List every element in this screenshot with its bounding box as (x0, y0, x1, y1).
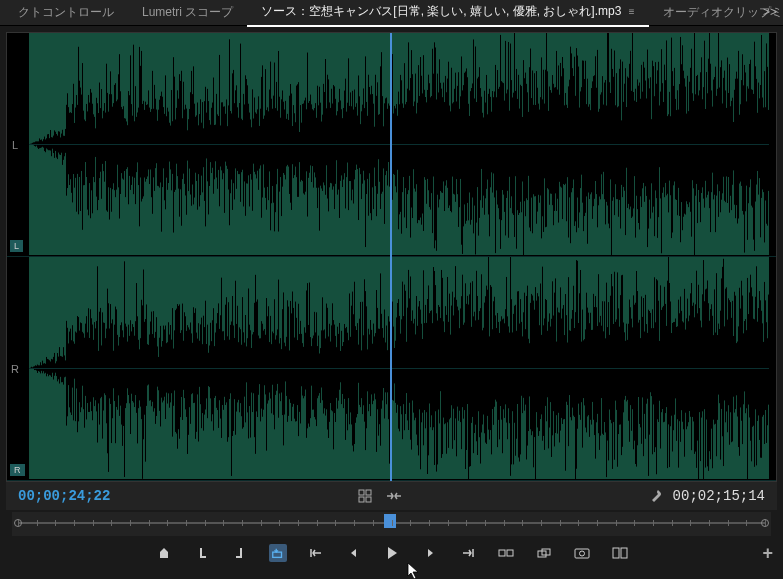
tab-overflow-icon[interactable]: >> (763, 5, 777, 19)
mark-in-button[interactable] (155, 544, 173, 562)
tab-source-menu-icon[interactable]: ≡ (629, 6, 635, 17)
svg-rect-11 (613, 548, 619, 558)
duration-timecode: 00;02;15;14 (673, 488, 765, 504)
add-button-icon[interactable]: + (762, 543, 773, 564)
waveform-display[interactable]: L L R R (6, 32, 777, 482)
svg-rect-4 (272, 552, 281, 557)
resolution-grid-icon[interactable] (358, 489, 372, 503)
svg-rect-1 (366, 490, 371, 495)
svg-rect-12 (621, 548, 627, 558)
channel-left-sublabel: L (10, 240, 23, 252)
svg-rect-2 (359, 497, 364, 502)
waveform-left-canvas (29, 33, 769, 255)
tab-effect-controls[interactable]: クトコントロール (4, 0, 128, 26)
comparison-view-button[interactable] (611, 544, 629, 562)
playhead-indicator[interactable] (390, 33, 392, 481)
scrub-playhead-handle[interactable] (384, 514, 396, 528)
insert-button[interactable] (497, 544, 515, 562)
channel-right-label: R (5, 363, 25, 375)
step-forward-button[interactable] (421, 544, 439, 562)
mouse-cursor (407, 562, 421, 579)
settings-wrench-icon[interactable] (649, 489, 663, 503)
overwrite-button[interactable] (535, 544, 553, 562)
tab-source-label: ソース：空想キャンバス[日常, 楽しい, 嬉しい, 優雅, おしゃれ].mp3 (261, 4, 621, 18)
svg-rect-3 (366, 497, 371, 502)
channel-left-label: L (5, 139, 25, 151)
play-button[interactable] (383, 544, 401, 562)
svg-rect-0 (359, 490, 364, 495)
tab-source-monitor[interactable]: ソース：空想キャンバス[日常, 楽しい, 嬉しい, 優雅, おしゃれ].mp3 … (247, 0, 648, 27)
tab-lumetri-scopes[interactable]: Lumetri スコープ (128, 0, 247, 26)
panel-tab-bar: クトコントロール Lumetri スコープ ソース：空想キャンバス[日常, 楽し… (0, 0, 783, 26)
scrub-bar[interactable] (12, 512, 771, 536)
set-in-point-button[interactable] (193, 544, 211, 562)
svg-point-10 (579, 551, 584, 556)
channel-right-sublabel: R (10, 464, 25, 476)
timecode-bar: 00;00;24;22 00;02;15;14 (6, 482, 777, 510)
current-timecode[interactable]: 00;00;24;22 (18, 488, 110, 504)
insert-overwrite-button[interactable] (269, 544, 287, 562)
svg-rect-9 (575, 549, 589, 558)
svg-rect-5 (499, 550, 505, 556)
svg-rect-6 (507, 550, 513, 556)
go-to-in-button[interactable] (307, 544, 325, 562)
transport-controls: + (0, 538, 783, 568)
waveform-right-canvas (29, 257, 769, 479)
go-to-out-button[interactable] (459, 544, 477, 562)
export-frame-button[interactable] (573, 544, 591, 562)
snap-arrows-icon[interactable] (386, 490, 402, 502)
step-back-button[interactable] (345, 544, 363, 562)
set-out-point-button[interactable] (231, 544, 249, 562)
